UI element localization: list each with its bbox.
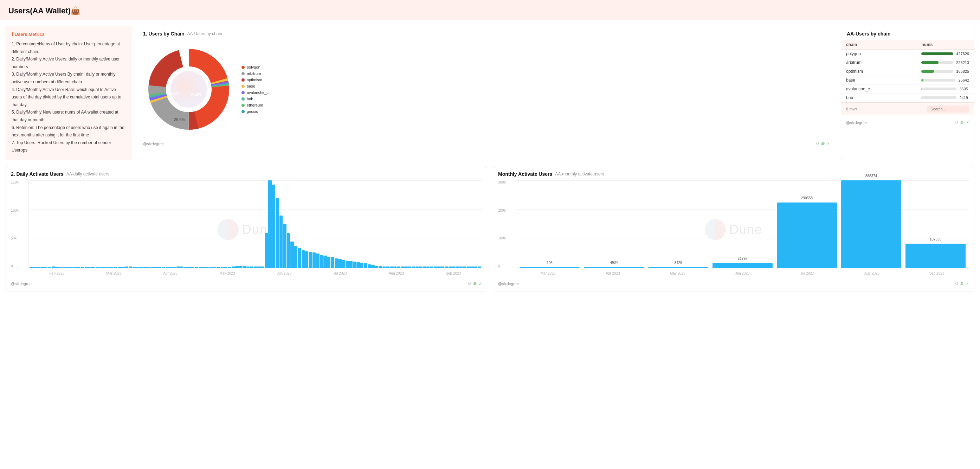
monthly-bar-label: 106 [547,261,552,265]
donut-legend: polygonarbitrumoptimismbaseavalanche_cbn… [242,65,269,114]
daily-bar [55,267,58,267]
daily-bar [408,267,411,268]
daily-bar [140,267,143,267]
daily-bar [360,262,363,268]
x-label: May 2023 [645,272,710,275]
daily-bar [147,267,150,267]
table-row: base 25642 [841,76,974,85]
page-header: Users(AA Wallet)👜 [0,0,980,20]
daily-bar [85,267,88,267]
chain-table-panel: AA-Users by chain chain nums polygon 427… [841,25,974,160]
daily-bar [280,216,283,268]
metrics-list: 1. Percentage/Nums of User by chain: Use… [11,40,126,154]
donut-svg: 26.6% 50.2% 19.5% [143,44,234,135]
daily-bar [67,267,70,267]
daily-chart-footer: @sixdegree ↺ 4h ✓ [11,281,482,286]
monthly-bar-label: 21796 [738,257,748,261]
daily-bar [298,248,301,268]
daily-bar [187,267,191,267]
daily-bar [356,262,360,268]
daily-bar [397,267,400,268]
nums-cell: 25642 [916,76,974,85]
daily-time: 4h ✓ [473,281,482,286]
daily-bar [331,257,334,268]
x-label: Jul 2023 [775,272,839,275]
daily-bar [449,267,452,268]
daily-bar [386,267,389,268]
daily-bar [206,267,209,267]
daily-bar [434,267,437,268]
daily-bar [217,267,220,267]
chain-table: chain nums polygon 427626 arbitrum [841,40,974,102]
metrics-item: 3. Daily/Monthly Active Users By chain: … [11,71,126,86]
daily-bar [368,264,371,268]
monthly-chart-area: Dune 300k 200k 100k 0 106460434292179629… [498,180,969,279]
daily-bar [305,251,308,268]
daily-bar [210,267,213,267]
daily-bar [452,267,455,268]
svg-text:50.2%: 50.2% [191,92,201,96]
monthly-refresh-icon[interactable]: ↺ [955,281,958,286]
daily-bar [320,255,323,268]
daily-bar [261,267,264,268]
daily-bar [382,267,386,268]
daily-bar [478,267,481,268]
daily-bar [199,267,202,267]
daily-bar [419,267,422,268]
table-search-input[interactable] [927,105,969,113]
legend-item: base [242,84,269,88]
x-label: Sep 2023 [904,272,969,275]
chain-table-title: AA-Users by chain [841,26,974,40]
daily-bar [44,267,48,267]
donut-refresh-icon[interactable]: ↺ [816,141,819,146]
daily-bar [30,267,33,267]
x-label: Apr 2023 [580,272,645,275]
daily-bar [232,267,235,268]
daily-bar [62,267,66,267]
daily-bar [110,267,113,267]
daily-bar [290,242,294,268]
daily-bar [73,267,76,267]
daily-bar [309,252,312,268]
daily-bar [379,266,382,268]
daily-bar [129,267,132,268]
daily-bar [283,224,286,268]
metrics-panel: ℹ Users Metrics 1. Percentage/Nums of Us… [6,25,132,160]
metrics-item: 5. Daily/Monthly New users: nums of AA w… [11,109,126,124]
nums-cell: 2419 [916,94,974,102]
metrics-item: 4. Daily/Monthly Active User Rate: which… [11,86,126,109]
monthly-chart-footer: @sixdegree ↺ 4h ✓ [498,281,969,286]
daily-bar [275,198,279,268]
daily-bar [316,253,319,268]
daily-bar [132,267,136,267]
daily-bar [371,265,374,267]
nums-cell: 226213 [916,58,974,67]
chain-cell: optimism [841,67,916,76]
daily-bar [92,267,95,267]
daily-bar [437,267,441,268]
donut-time: 4h ✓ [821,141,830,146]
monthly-chart-panel: Monthly Activate Users AA-monthly activa… [493,166,974,291]
monthly-bar: 388374 [841,180,901,268]
legend-item: arbitrum [242,72,269,76]
daily-bar [349,261,352,268]
table-row: polygon 427626 [841,49,974,58]
daily-bar [257,267,261,268]
x-label: Sep 2023 [446,272,461,275]
x-label: Aug 2023 [839,272,904,275]
chain-cell: arbitrum [841,58,916,67]
daily-bar [287,233,290,268]
legend-item: avalanche_c [242,91,269,95]
daily-chart-area: Dune 150k 100k 50k 0 Feb 2023Mar 2023Apr… [11,180,482,279]
donut-chart-header: 1. Users by Chain AA-Users by chain [143,31,830,37]
daily-refresh-icon[interactable]: ↺ [468,281,471,286]
daily-bar [235,266,238,268]
legend-item: ethereum [242,103,269,107]
monthly-bar-label: 388374 [865,174,877,178]
daily-bar [302,250,305,268]
daily-bar [272,184,275,268]
daily-bar [364,263,367,267]
daily-y-axis: 150k 100k 50k 0 [11,180,27,268]
table-row: optimism 165825 [841,67,974,76]
chain-table-refresh-icon[interactable]: ↺ [955,120,958,125]
